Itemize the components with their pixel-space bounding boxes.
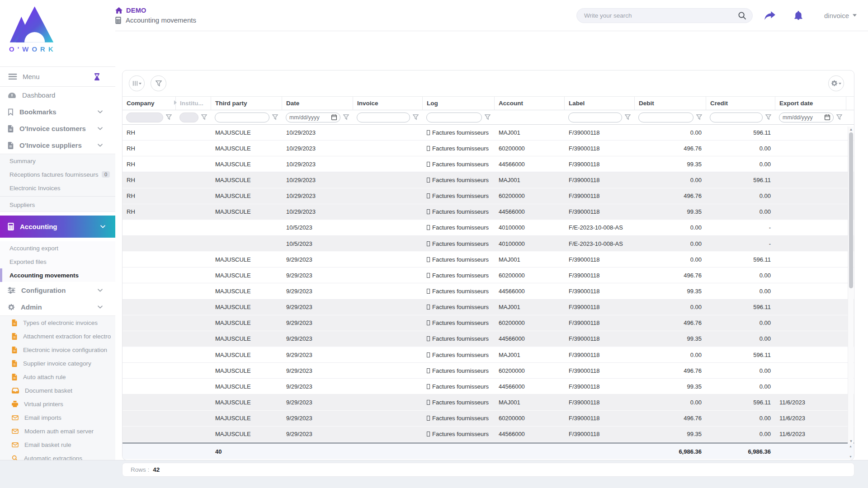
sidebar-item-accounting-movements[interactable]: Accounting movements (0, 268, 115, 282)
sidebar-item-r-ceptions-factures-fournisseurs[interactable]: Réceptions factures fournisseurs0 (0, 168, 115, 181)
sidebar-item-virtual-printers[interactable]: Virtual printers (0, 397, 115, 411)
table-row[interactable]: 10/5/2023Factures fournisseurs40100000F/… (123, 236, 854, 252)
filter-input-institution (179, 113, 198, 122)
scroll-up-icon[interactable]: ▲ (848, 127, 854, 132)
cell-account: 40100000 (495, 240, 565, 247)
hourglass-icon[interactable] (94, 73, 100, 80)
sidebar-item-document-basket[interactable]: Document basket (0, 384, 115, 397)
sidebar-item-dashboard[interactable]: Dashboard (0, 87, 115, 103)
calculator-icon (115, 17, 121, 24)
totals-scrollbar[interactable]: ▲ ▼ (848, 444, 854, 459)
sidebar-item-types-of-electronic-invoices[interactable]: Types of electronic invoices (0, 316, 115, 329)
column-header-log[interactable]: Log (423, 97, 495, 110)
table-row[interactable]: MAJUSCULE9/29/2023Factures fournisseursM… (123, 347, 854, 363)
table-row[interactable]: RHMAJUSCULE10/29/2023Factures fournisseu… (123, 156, 854, 172)
sidebar-item-attachment-extraction-for-electron[interactable]: Attachment extraction for electron (0, 329, 115, 343)
cell-third_party: MAJUSCULE (211, 383, 282, 390)
rows-value: 42 (153, 466, 160, 473)
table-row[interactable]: RHMAJUSCULE10/29/2023Factures fournisseu… (123, 141, 854, 156)
sidebar-item-label: Dashboard (22, 91, 55, 99)
cell-label: F/39000118 (565, 367, 635, 374)
breadcrumb: DEMO Accounting movements (115, 7, 196, 24)
filter-input-log[interactable] (426, 113, 482, 122)
filter-input-export_date[interactable]: mm/dd/yyyy (779, 113, 834, 122)
missing-glyph-box (427, 400, 430, 405)
filter-input-date[interactable]: mm/dd/yyyy (286, 113, 340, 122)
table-row[interactable]: MAJUSCULE9/29/2023Factures fournisseurs4… (123, 427, 854, 442)
filter-button[interactable] (151, 75, 166, 91)
scrollbar-thumb[interactable] (849, 132, 853, 288)
sidebar-item-email-basket-rule[interactable]: Email basket rule (0, 438, 115, 451)
column-header-third_party[interactable]: Third party (211, 97, 282, 110)
table-row[interactable]: RHMAJUSCULE10/29/2023Factures fournisseu… (123, 125, 854, 141)
sidebar-item-auto-attach-rule[interactable]: Auto attach rule (0, 370, 115, 384)
sidebar-item-o-invoice-customers[interactable]: O'Invoice customers (0, 120, 115, 137)
cell-debit: 496.76 (635, 272, 706, 279)
table-row[interactable]: RHMAJUSCULE10/29/2023Factures fournisseu… (123, 188, 854, 204)
scroll-down-icon[interactable]: ▼ (848, 438, 854, 444)
filter-cell-third_party (211, 113, 282, 122)
table-row[interactable]: 10/5/2023Factures fournisseurs40100000F/… (123, 220, 854, 236)
missing-glyph-box (427, 289, 430, 294)
sidebar-item-modern-auth-email-server[interactable]: Modern auth email server (0, 424, 115, 438)
table-row[interactable]: MAJUSCULE9/29/2023Factures fournisseursM… (123, 300, 854, 315)
table-row[interactable]: MAJUSCULE9/29/2023Factures fournisseurs6… (123, 315, 854, 331)
column-header-debit[interactable]: Debit (635, 97, 706, 110)
sidebar-item-summary[interactable]: Summary (0, 154, 115, 168)
cell-log: Factures fournisseurs (423, 415, 495, 422)
column-header-label: Institu... (180, 100, 203, 107)
sidebar-item-electronic-invoices[interactable]: Electronic Invoices (0, 181, 115, 195)
column-header-label[interactable]: Label (565, 97, 635, 110)
funnel-icon (272, 114, 278, 120)
sidebar-item-o-invoice-suppliers[interactable]: O'Invoice suppliers (0, 137, 115, 154)
table-row[interactable]: MAJUSCULE9/29/2023Factures fournisseursM… (123, 394, 854, 410)
sidebar-item-accounting-export[interactable]: Accounting export (0, 241, 115, 255)
table-row[interactable]: MAJUSCULE9/29/2023Factures fournisseurs4… (123, 379, 854, 394)
bell-icon[interactable] (794, 11, 802, 20)
cell-label: F/39000118 (565, 161, 635, 168)
sidebar-item-email-imports[interactable]: Email imports (0, 411, 115, 424)
sidebar-item-bookmarks[interactable]: Bookmarks (0, 103, 115, 120)
columns-button[interactable] (129, 75, 145, 91)
column-header-credit[interactable]: Credit (706, 97, 775, 110)
breadcrumb-app-label[interactable]: DEMO (126, 7, 146, 14)
table-row[interactable]: MAJUSCULE9/29/2023Factures fournisseurs6… (123, 267, 854, 283)
column-header-invoice[interactable]: Invoice (353, 97, 423, 110)
column-header-date[interactable]: Date (282, 97, 353, 110)
filter-input-label[interactable] (568, 113, 622, 122)
filter-input-third_party[interactable] (215, 113, 269, 122)
hamburger-icon[interactable] (8, 73, 17, 80)
column-header-export_date[interactable]: Export date (775, 97, 846, 110)
sidebar-item-electronic-invoice-configuration[interactable]: Electronic invoice configuration (0, 343, 115, 357)
search-icon[interactable] (738, 12, 746, 19)
table-row[interactable]: MAJUSCULE9/29/2023Factures fournisseurs4… (123, 283, 854, 299)
table-row[interactable]: MAJUSCULE9/29/2023Factures fournisseursM… (123, 252, 854, 267)
filter-input-debit[interactable] (638, 113, 693, 122)
sidebar-item-supplier-invoice-category[interactable]: Supplier invoice category (0, 357, 115, 370)
grid-settings-button[interactable] (828, 75, 844, 91)
cell-company: RH (123, 177, 176, 183)
sidebar-item-admin[interactable]: Admin (0, 299, 115, 315)
table-row[interactable]: MAJUSCULE9/29/2023Factures fournisseurs6… (123, 363, 854, 379)
sidebar-item-exported-files[interactable]: Exported files (0, 255, 115, 268)
table-row[interactable]: MAJUSCULE9/29/2023Factures fournisseurs6… (123, 411, 854, 427)
column-header-company[interactable]: Company (123, 97, 176, 110)
scroll-up-icon[interactable]: ▲ (849, 445, 852, 448)
search-input[interactable] (583, 12, 738, 19)
share-icon[interactable] (764, 11, 775, 20)
filter-input-invoice[interactable] (357, 113, 410, 122)
table-row[interactable]: RHMAJUSCULE10/29/2023Factures fournisseu… (123, 172, 854, 188)
cell-date: 9/29/2023 (282, 272, 353, 279)
scroll-down-icon[interactable]: ▼ (849, 455, 852, 458)
table-row[interactable]: MAJUSCULE9/29/2023Factures fournisseurs4… (123, 331, 854, 347)
vertical-scrollbar[interactable]: ▲ ▼ (848, 127, 854, 444)
breadcrumb-page-label[interactable]: Accounting movements (126, 16, 196, 24)
filter-input-credit[interactable] (710, 113, 763, 122)
table-row[interactable]: RHMAJUSCULE10/29/2023Factures fournisseu… (123, 204, 854, 220)
user-menu[interactable]: dinvoice (824, 12, 857, 19)
sidebar-item-accounting[interactable]: Accounting (0, 216, 115, 238)
sidebar-item-configuration[interactable]: Configuration (0, 282, 115, 299)
column-header-account[interactable]: Account (495, 97, 565, 110)
sidebar-item-suppliers[interactable]: Suppliers (0, 198, 115, 211)
column-header-institution[interactable]: Institu... (176, 97, 211, 110)
